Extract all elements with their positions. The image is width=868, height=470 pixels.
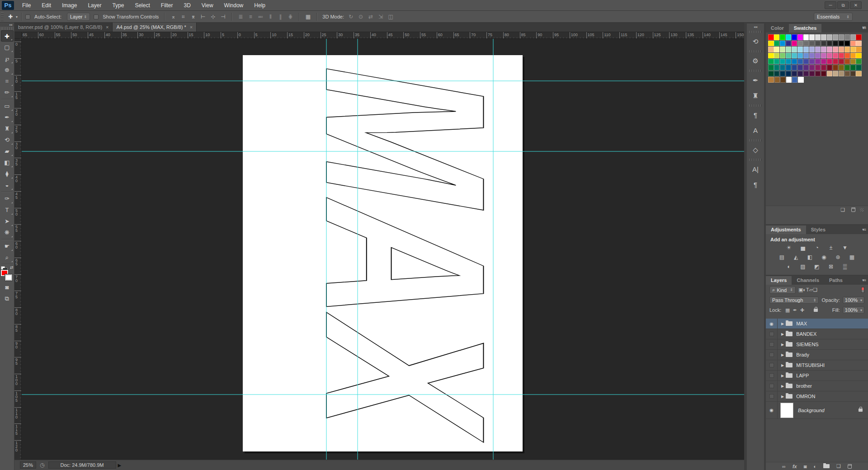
color-swatch[interactable] — [844, 41, 850, 47]
layer-row[interactable]: ◉▶MAX — [766, 319, 868, 329]
color-swatch[interactable] — [809, 34, 815, 40]
layer-row[interactable]: ▶Brady — [766, 350, 868, 360]
color-swatch[interactable] — [844, 47, 850, 52]
menu-3d[interactable]: 3D — [178, 0, 196, 10]
minimize-button[interactable]: ─ — [825, 1, 836, 9]
delete-layer-icon[interactable] — [848, 464, 852, 469]
canvas-max-text[interactable]: MAX — [278, 49, 533, 456]
align-right-edges-icon[interactable]: ⊣ — [218, 14, 227, 20]
color-swatch[interactable] — [815, 47, 821, 52]
color-swatch[interactable] — [768, 77, 774, 83]
align-horizontal-centers-icon[interactable]: ⊹ — [208, 14, 217, 20]
workspace-switcher[interactable]: Essentials ⇕ — [814, 13, 853, 21]
close-button[interactable]: ✕ — [850, 1, 862, 9]
color-swatch[interactable] — [821, 65, 826, 70]
color-swatch[interactable] — [774, 77, 780, 83]
auto-select-target-dropdown[interactable]: Layer ⇕ — [67, 13, 90, 21]
color-swatch[interactable] — [797, 65, 803, 70]
color-swatch[interactable] — [803, 65, 809, 70]
layer-filter-toggle[interactable] — [861, 287, 864, 293]
color-swatch[interactable] — [850, 53, 856, 59]
distribute-vertical-centers-icon[interactable]: ≡ — [246, 14, 255, 20]
color-swatch[interactable] — [774, 47, 779, 52]
selective-color-icon[interactable]: ⊠ — [826, 263, 836, 271]
color-swatch[interactable] — [815, 71, 821, 77]
color-swatch[interactable] — [839, 59, 844, 65]
color-swatch[interactable] — [850, 65, 856, 70]
color-swatch[interactable] — [798, 77, 803, 83]
layer-row[interactable]: ▶LAPP — [766, 371, 868, 381]
opacity-field[interactable]: 100% ▾ — [843, 296, 864, 304]
color-swatch[interactable] — [856, 59, 861, 65]
move-tool[interactable]: ✚ — [1, 30, 14, 42]
distribute-bottom-edges-icon[interactable]: ≕ — [256, 14, 265, 20]
color-swatch[interactable] — [792, 59, 797, 65]
disclosure-triangle-icon[interactable]: ▶ — [781, 353, 784, 357]
color-swatch[interactable] — [780, 47, 785, 52]
layer-row[interactable]: ▶brother — [766, 381, 868, 391]
color-swatch[interactable] — [809, 47, 815, 52]
lasso-tool[interactable]: ℘ — [1, 53, 14, 64]
panel-menu-icon[interactable]: ▾≡ — [862, 227, 866, 232]
filter-type-icon[interactable]: T — [806, 287, 809, 292]
color-swatch[interactable] — [839, 34, 844, 40]
menu-edit[interactable]: Edit — [36, 0, 57, 10]
color-swatch[interactable] — [821, 41, 826, 47]
layer-style-icon[interactable]: fx — [793, 464, 797, 469]
disclosure-triangle-icon[interactable]: ▶ — [781, 395, 784, 399]
align-left-edges-icon[interactable]: ⊢ — [198, 14, 208, 20]
color-swatch[interactable] — [768, 47, 774, 52]
color-swatch[interactable] — [850, 41, 856, 47]
color-swatch[interactable] — [844, 71, 850, 77]
tab-color[interactable]: Color — [766, 24, 789, 33]
color-swatch[interactable] — [797, 47, 803, 52]
color-swatch[interactable] — [833, 41, 838, 47]
visibility-toggle[interactable]: ◉ — [766, 319, 778, 329]
color-swatch[interactable] — [797, 59, 803, 65]
panel-resize-grip[interactable] — [860, 208, 863, 212]
color-swatch[interactable] — [839, 53, 844, 59]
color-swatch[interactable] — [768, 34, 774, 40]
horizontal-ruler[interactable]: 6560555045403530252015105051015202530354… — [22, 32, 744, 39]
fill-field[interactable]: 100% ▾ — [843, 306, 864, 314]
color-swatch[interactable] — [803, 53, 809, 59]
color-swatch[interactable] — [827, 71, 832, 77]
lock-transparent-icon[interactable]: ▦ — [784, 307, 791, 313]
gradient-map-icon[interactable]: ▒ — [840, 263, 850, 271]
delete-swatch-icon[interactable] — [851, 207, 855, 212]
distribute-top-edges-icon[interactable]: ≣ — [236, 14, 245, 20]
color-swatch[interactable] — [780, 77, 786, 83]
menu-window[interactable]: Window — [219, 0, 249, 10]
paragraph-styles-panel-icon[interactable]: ¶ — [747, 108, 764, 123]
color-swatch[interactable] — [797, 71, 803, 77]
color-swatch[interactable] — [792, 41, 797, 47]
color-swatch[interactable] — [844, 53, 850, 59]
color-swatch[interactable] — [821, 47, 826, 52]
color-swatch[interactable] — [774, 71, 779, 77]
color-swatch[interactable] — [774, 34, 779, 40]
menu-image[interactable]: Image — [57, 0, 82, 10]
menu-filter[interactable]: Filter — [156, 0, 179, 10]
color-swatch[interactable] — [768, 59, 774, 65]
character-panel-icon[interactable]: A| — [747, 162, 764, 177]
new-adjustment-layer-icon[interactable]: ◐ — [813, 464, 816, 469]
color-swatch[interactable] — [809, 53, 815, 59]
color-swatch[interactable] — [774, 53, 779, 59]
color-swatch[interactable] — [803, 71, 809, 77]
filter-image-icon[interactable]: ▣ — [798, 287, 803, 292]
color-swatch[interactable] — [839, 47, 844, 52]
color-swatch[interactable] — [850, 34, 856, 40]
clone-source-panel-icon[interactable]: ♜ — [747, 88, 764, 103]
3d-pan-icon[interactable]: ⇄ — [366, 14, 375, 20]
3d-slide-icon[interactable]: ⇲ — [376, 14, 385, 20]
new-swatch-icon[interactable]: ❏ — [840, 207, 845, 213]
blend-mode-dropdown[interactable]: Pass Through ⇕ — [769, 296, 819, 304]
status-flyout-arrow[interactable]: ▶ — [118, 463, 122, 468]
vibrance-icon[interactable]: ▼ — [840, 244, 850, 252]
history-panel-icon[interactable]: ⟲ — [747, 34, 764, 49]
layer-row[interactable]: ▶OMRON — [766, 391, 868, 402]
color-swatch[interactable] — [786, 77, 792, 83]
color-swatch[interactable] — [797, 53, 803, 59]
align-top-edges-icon[interactable]: ⌅ — [169, 14, 178, 20]
color-swatch[interactable] — [815, 65, 821, 70]
